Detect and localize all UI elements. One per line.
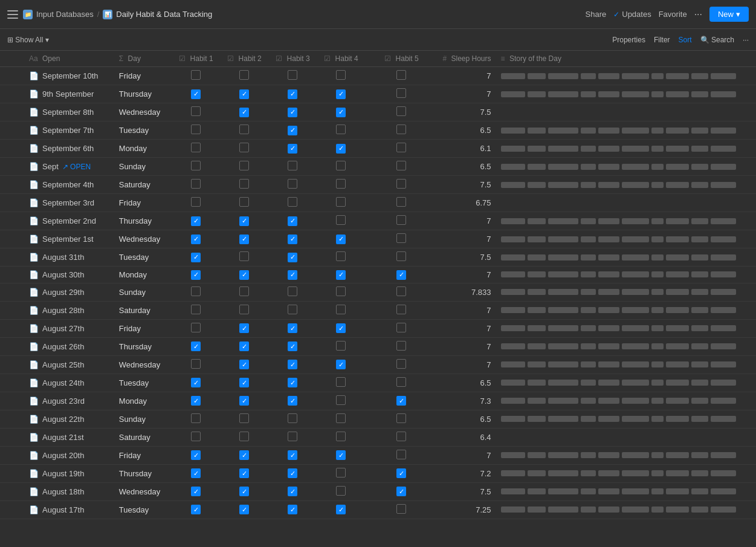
checkbox[interactable]	[288, 378, 297, 387]
checkbox[interactable]	[396, 161, 406, 170]
row-habit3-cell[interactable]	[268, 301, 317, 319]
checkbox[interactable]	[396, 270, 406, 280]
checkbox[interactable]	[288, 360, 297, 369]
checkbox[interactable]	[288, 144, 297, 154]
drag-handle-icon[interactable]: ⠿	[11, 271, 16, 279]
checkbox[interactable]	[239, 286, 249, 296]
row-name[interactable]: August 28th	[42, 306, 84, 315]
checkbox[interactable]	[239, 432, 249, 441]
checkbox[interactable]	[336, 377, 346, 387]
checkbox[interactable]	[336, 360, 346, 369]
checkbox[interactable]	[239, 450, 249, 460]
row-habit1-cell[interactable]	[172, 194, 220, 212]
row-habit5-cell[interactable]	[365, 85, 438, 103]
drag-handle-icon[interactable]: ⠿	[11, 415, 16, 423]
row-habit4-cell[interactable]	[317, 374, 365, 392]
checkbox[interactable]	[191, 125, 201, 134]
row-habit5-cell[interactable]	[365, 158, 438, 176]
row-habit4-cell[interactable]	[317, 212, 365, 230]
row-habit5-cell[interactable]	[365, 283, 438, 301]
col-header-habit2[interactable]: ☑ Habit 2	[220, 51, 268, 67]
checkbox[interactable]	[396, 233, 406, 243]
add-row-icon[interactable]: +	[5, 253, 8, 261]
checkbox[interactable]	[396, 106, 406, 116]
row-habit1-cell[interactable]	[172, 410, 220, 428]
row-habit5-cell[interactable]	[365, 301, 438, 319]
row-habit1-cell[interactable]	[172, 319, 220, 337]
row-habit2-cell[interactable]	[220, 319, 268, 337]
breadcrumb-parent[interactable]: Input Databases	[36, 10, 94, 19]
add-row-icon[interactable]: +	[5, 325, 8, 332]
row-habit3-cell[interactable]	[268, 121, 317, 140]
checkbox[interactable]	[239, 235, 249, 244]
col-header-habit5[interactable]: ☑ Habit 5	[365, 51, 438, 67]
checkbox[interactable]	[239, 251, 249, 261]
row-habit3-cell[interactable]	[268, 392, 317, 410]
drag-handle-icon[interactable]: ⠿	[11, 181, 16, 189]
drag-handle-icon[interactable]: ⠿	[11, 199, 16, 207]
add-row-icon[interactable]: +	[5, 433, 8, 441]
drag-handle-icon[interactable]: ⠿	[11, 488, 16, 496]
row-habit3-cell[interactable]	[268, 194, 317, 212]
row-habit2-cell[interactable]	[220, 248, 268, 267]
checkbox[interactable]	[239, 197, 249, 207]
row-habit1-cell[interactable]	[172, 374, 220, 392]
row-habit2-cell[interactable]	[220, 267, 268, 283]
sort-button[interactable]: Sort	[679, 36, 692, 44]
row-habit5-cell[interactable]	[365, 428, 438, 446]
add-row-icon[interactable]: +	[5, 470, 8, 477]
open-link[interactable]: ↗ OPEN	[62, 163, 91, 171]
row-habit2-cell[interactable]	[220, 85, 268, 103]
row-habit4-cell[interactable]	[317, 428, 365, 446]
checkbox[interactable]	[288, 487, 297, 496]
checkbox[interactable]	[239, 89, 249, 99]
drag-handle-icon[interactable]: ⠿	[11, 163, 16, 170]
checkbox[interactable]	[396, 125, 406, 134]
row-habit2-cell[interactable]	[220, 301, 268, 319]
drag-handle-icon[interactable]: ⠿	[11, 325, 16, 332]
table-row[interactable]: + ⠿📄August 19thThursday7.2	[0, 464, 756, 482]
checkbox[interactable]	[239, 179, 249, 189]
checkbox[interactable]	[191, 106, 201, 116]
row-name[interactable]: Sept	[42, 162, 59, 171]
row-habit1-cell[interactable]	[172, 121, 220, 140]
checkbox[interactable]	[239, 505, 249, 514]
checkbox[interactable]	[288, 432, 297, 441]
row-habit2-cell[interactable]	[220, 392, 268, 410]
row-habit5-cell[interactable]	[365, 446, 438, 464]
table-row[interactable]: + ⠿📄August 20thFriday7	[0, 446, 756, 464]
row-habit3-cell[interactable]	[268, 67, 317, 85]
drag-handle-icon[interactable]: ⠿	[11, 343, 16, 351]
table-row[interactable]: + ⠿📄August 24thTuesday6.5	[0, 374, 756, 392]
checkbox[interactable]	[336, 468, 346, 477]
row-name[interactable]: September 2nd	[42, 216, 96, 225]
row-habit2-cell[interactable]	[220, 176, 268, 194]
checkbox[interactable]	[336, 486, 346, 496]
checkbox[interactable]	[288, 413, 297, 423]
checkbox[interactable]	[288, 161, 297, 170]
row-habit1-cell[interactable]	[172, 355, 220, 374]
row-habit3-cell[interactable]	[268, 319, 317, 337]
row-habit4-cell[interactable]	[317, 500, 365, 519]
row-name[interactable]: August 30th	[42, 270, 84, 279]
add-row-icon[interactable]: +	[5, 488, 8, 496]
drag-handle-icon[interactable]: ⠿	[11, 126, 16, 134]
add-row-icon[interactable]: +	[5, 144, 8, 152]
row-habit4-cell[interactable]	[317, 230, 365, 248]
row-habit1-cell[interactable]	[172, 428, 220, 446]
checkbox[interactable]	[239, 125, 249, 134]
checkbox[interactable]	[239, 341, 249, 351]
checkbox[interactable]	[191, 341, 201, 351]
checkbox[interactable]	[191, 89, 201, 99]
properties-button[interactable]: Properties	[612, 36, 645, 44]
row-habit3-cell[interactable]	[268, 428, 317, 446]
row-habit3-cell[interactable]	[268, 267, 317, 283]
row-habit1-cell[interactable]	[172, 337, 220, 355]
checkbox[interactable]	[396, 88, 406, 98]
checkbox[interactable]	[396, 432, 406, 441]
row-name[interactable]: September 3rd	[42, 198, 94, 207]
checkbox[interactable]	[336, 179, 346, 189]
row-habit5-cell[interactable]	[365, 194, 438, 212]
checkbox[interactable]	[288, 286, 297, 296]
row-habit4-cell[interactable]	[317, 121, 365, 140]
